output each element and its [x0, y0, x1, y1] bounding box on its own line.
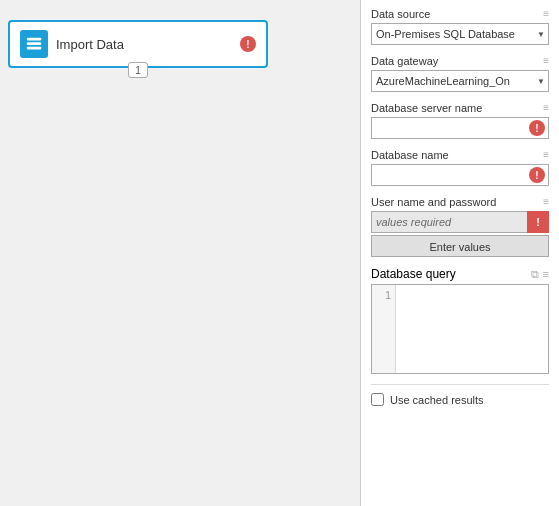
db-query-group: Database query ⧉ ≡ 1: [371, 267, 549, 374]
use-cached-label: Use cached results: [390, 394, 484, 406]
data-source-grip-icon: ≡: [543, 9, 549, 19]
node-title: Import Data: [56, 37, 232, 52]
db-server-error-icon: !: [529, 120, 545, 136]
db-server-input[interactable]: [371, 117, 549, 139]
svg-rect-0: [27, 38, 41, 41]
data-gateway-grip-icon: ≡: [543, 56, 549, 66]
db-name-grip-icon: ≡: [543, 150, 549, 160]
user-pass-input-wrapper: !: [371, 211, 549, 233]
db-server-label-row: Database server name ≡: [371, 102, 549, 114]
use-cached-results-group: Use cached results: [371, 384, 549, 406]
db-query-grip-icon: ≡: [543, 268, 549, 280]
node-error-badge: !: [240, 36, 256, 52]
db-query-icons: ⧉ ≡: [531, 268, 549, 281]
user-pass-label: User name and password: [371, 196, 496, 208]
import-icon: [25, 35, 43, 53]
db-query-header: Database query ⧉ ≡: [371, 267, 549, 281]
query-line-1: 1: [376, 289, 391, 301]
db-server-input-wrapper: !: [371, 117, 549, 139]
node-port[interactable]: 1: [128, 62, 148, 78]
db-server-grip-icon: ≡: [543, 103, 549, 113]
db-query-copy-icon[interactable]: ⧉: [531, 268, 539, 281]
db-query-label: Database query: [371, 267, 456, 281]
db-name-input[interactable]: [371, 164, 549, 186]
svg-rect-2: [27, 47, 41, 50]
db-name-label: Database name: [371, 149, 449, 161]
query-line-numbers: 1: [372, 285, 396, 373]
data-gateway-label-row: Data gateway ≡: [371, 55, 549, 67]
db-name-group: Database name ≡ !: [371, 149, 549, 186]
user-pass-grip-icon: ≡: [543, 197, 549, 207]
db-query-area: 1: [371, 284, 549, 374]
user-pass-group: User name and password ≡ ! Enter values: [371, 196, 549, 257]
node-icon: [20, 30, 48, 58]
data-gateway-label: Data gateway: [371, 55, 438, 67]
svg-rect-1: [27, 42, 41, 45]
use-cached-checkbox[interactable]: [371, 393, 384, 406]
import-data-node[interactable]: Import Data ! 1: [8, 20, 268, 68]
user-pass-input[interactable]: [371, 211, 527, 233]
user-pass-label-row: User name and password ≡: [371, 196, 549, 208]
data-source-group: Data source ≡ On-Premises SQL Database: [371, 8, 549, 45]
enter-values-button[interactable]: Enter values: [371, 235, 549, 257]
db-name-error-icon: !: [529, 167, 545, 183]
data-gateway-select[interactable]: AzureMachineLearning_On: [371, 70, 549, 92]
properties-panel: Data source ≡ On-Premises SQL Database D…: [360, 0, 559, 506]
db-name-label-row: Database name ≡: [371, 149, 549, 161]
db-server-label: Database server name: [371, 102, 482, 114]
db-server-group: Database server name ≡ !: [371, 102, 549, 139]
canvas-area: Import Data ! 1: [0, 0, 360, 506]
db-name-input-wrapper: !: [371, 164, 549, 186]
data-gateway-group: Data gateway ≡ AzureMachineLearning_On: [371, 55, 549, 92]
data-source-label: Data source: [371, 8, 430, 20]
data-source-select-wrapper: On-Premises SQL Database: [371, 23, 549, 45]
user-pass-error-icon: !: [527, 211, 549, 233]
data-gateway-select-wrapper: AzureMachineLearning_On: [371, 70, 549, 92]
data-source-select[interactable]: On-Premises SQL Database: [371, 23, 549, 45]
data-source-label-row: Data source ≡: [371, 8, 549, 20]
db-query-textarea[interactable]: [396, 285, 548, 373]
